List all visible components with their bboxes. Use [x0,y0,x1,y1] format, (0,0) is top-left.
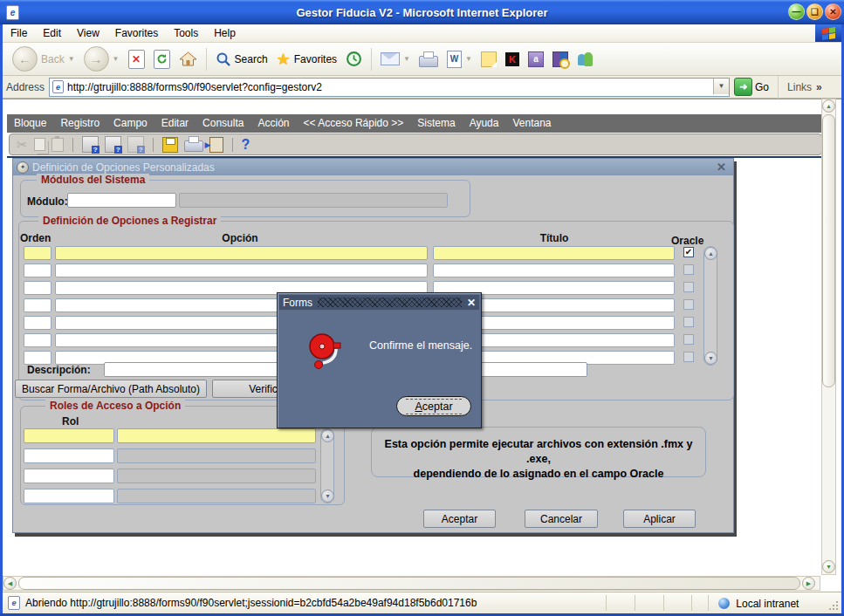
forms-menu-sistema[interactable]: Sistema [410,114,462,133]
save-icon[interactable] [162,137,178,153]
help-icon[interactable]: ? [242,137,250,153]
orden-cell[interactable] [24,281,51,295]
scroll-left-icon[interactable]: ◀ [3,577,17,590]
oracle-checkbox[interactable] [683,334,694,345]
refresh-button[interactable] [149,44,175,74]
forms-menu-registro[interactable]: Registro [53,114,106,133]
titulo-cell[interactable] [433,264,675,277]
orden-cell[interactable] [24,316,51,330]
messenger-button[interactable] [573,44,599,74]
oracle-checkbox[interactable] [683,299,694,310]
stop-button[interactable]: ✕ [124,44,149,74]
orden-cell[interactable] [24,264,51,277]
scroll-down-icon[interactable]: ▼ [822,560,835,573]
forms-menu-ayuda[interactable]: Ayuda [463,114,506,133]
orden-cell[interactable] [24,246,51,260]
horizontal-scroll-thumb[interactable] [18,577,800,590]
opcion-cell[interactable] [55,264,428,277]
menu-tools[interactable]: Tools [166,24,206,42]
rol-cell[interactable] [24,489,114,503]
oracle-checkbox-checked[interactable]: ✔ [683,247,694,257]
research-button[interactable] [548,44,573,74]
oracle-checkbox[interactable] [683,282,694,292]
copy-icon[interactable] [34,138,45,151]
resize-grip[interactable] [827,599,838,610]
address-input[interactable]: e http://gtrujillo:8888/forms90/f90servl… [49,78,730,97]
forms-menu-campo[interactable]: Campo [106,114,154,133]
back-dropdown-icon[interactable]: ▼ [68,55,75,63]
rol-cell[interactable] [24,428,114,443]
forms-window-close-icon[interactable]: ✕ [717,161,726,174]
forms-menu-ventana[interactable]: Ventana [505,114,558,133]
table-scrollbar[interactable] [703,246,717,366]
favorites-button[interactable]: ★ Favorites [272,44,342,74]
edit-button[interactable]: W▼ [443,44,477,74]
antivirus-button[interactable]: K [501,44,524,74]
mail-dropdown-icon[interactable]: ▼ [403,55,410,63]
orden-cell[interactable] [24,351,51,365]
vertical-scroll-thumb[interactable] [822,114,835,387]
aceptar-button[interactable]: Aceptar [423,510,496,528]
history-button[interactable] [341,44,367,74]
aplicar-button[interactable]: Aplicar [623,510,696,528]
scroll-up-icon[interactable]: ▲ [704,247,717,260]
scroll-up-icon[interactable]: ▲ [321,429,334,442]
search-button[interactable]: Search [211,44,272,74]
scroll-up-icon[interactable]: ▲ [822,99,835,113]
zone-label: Local intranet [736,598,799,610]
cancelar-button[interactable]: Cancelar [525,510,598,528]
home-button[interactable] [175,44,202,74]
orden-cell[interactable] [24,333,51,347]
links-label[interactable]: Links [787,81,812,93]
forms-menu-acceso-rapido[interactable]: << Acceso Rápido >> [297,114,411,133]
maximize-button[interactable]: ❑ [806,3,823,20]
go-button[interactable]: ➜ Go [734,78,769,96]
menu-view[interactable]: View [69,24,107,42]
print-button[interactable] [415,44,443,74]
forms-menu-consulta[interactable]: Consulta [196,114,250,133]
minimize-button[interactable]: — [788,3,805,20]
mail-button[interactable]: ▼ [376,44,415,74]
rol-desc-cell[interactable] [117,428,316,443]
forms-menu-editar[interactable]: Editar [154,114,196,133]
address-dropdown-icon[interactable]: ▼ [713,79,729,94]
scroll-right-icon[interactable]: ▶ [802,577,815,590]
menu-file[interactable]: File [3,24,35,42]
orden-cell[interactable] [24,298,51,312]
opcion-cell[interactable] [55,246,428,260]
forms-menu-accion[interactable]: Acción [250,114,296,133]
rol-cell[interactable] [24,448,114,463]
scroll-down-icon[interactable]: ▼ [321,489,334,503]
notes-button[interactable] [477,44,501,74]
dialog-titlebar[interactable]: Forms ✕ [279,295,479,310]
titulo-cell[interactable] [433,246,675,260]
close-button[interactable]: ✕ [825,3,841,20]
scroll-down-icon[interactable]: ▼ [704,352,717,365]
forward-dropdown-icon[interactable]: ▼ [113,55,120,63]
execute-query-icon[interactable] [105,136,121,153]
modulo-input[interactable] [67,193,176,208]
dialog-aceptar-button[interactable]: Aceptar [396,396,471,416]
dialog-close-icon[interactable]: ✕ [467,297,476,309]
rol-cell[interactable] [24,469,114,483]
print-form-icon[interactable] [184,140,203,152]
opciones-legend: Definición de Opciones a Registrar [38,215,221,227]
enter-query-icon[interactable] [82,136,99,153]
exit-icon[interactable] [209,137,223,153]
oracle-checkbox[interactable] [683,352,694,362]
translate-button[interactable]: a [524,44,548,74]
edit-dropdown-icon[interactable]: ▼ [465,55,472,63]
menu-favorites[interactable]: Favorites [107,24,166,42]
cut-icon[interactable]: ✂ [17,137,28,153]
cancel-query-icon[interactable] [127,136,144,153]
forward-button[interactable]: → ▼ [79,44,124,74]
menu-edit[interactable]: Edit [35,24,69,42]
menu-help[interactable]: Help [206,24,244,42]
oracle-checkbox[interactable] [683,317,694,327]
buscar-forma-button[interactable]: Buscar Forma/Archivo (Path Absoluto) [15,380,207,398]
links-chevron-icon[interactable]: » [816,81,822,93]
paste-icon[interactable] [51,138,64,152]
oracle-checkbox[interactable] [683,264,694,275]
back-button[interactable]: ← Back ▼ [8,44,79,74]
forms-menu-bloque[interactable]: Bloque [7,114,53,133]
